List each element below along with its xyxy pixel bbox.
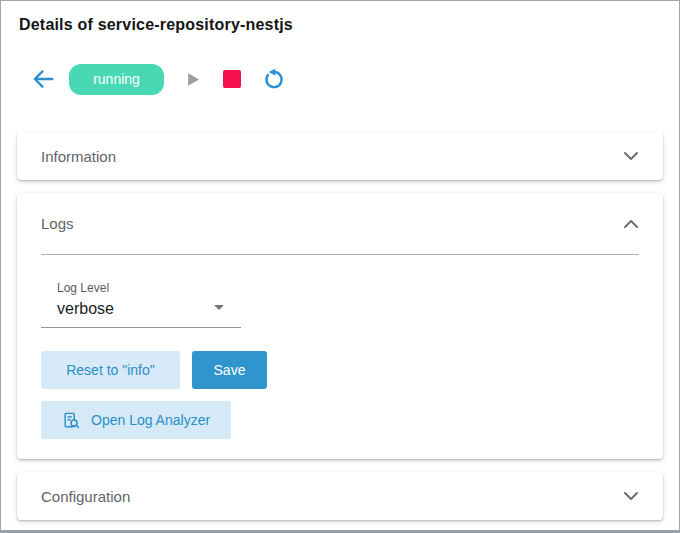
log-search-icon xyxy=(62,411,81,430)
chevron-down-icon xyxy=(623,491,639,501)
dropdown-arrow-icon xyxy=(214,305,224,310)
save-button[interactable]: Save xyxy=(192,351,267,389)
panel-information-header[interactable]: Information xyxy=(17,132,663,180)
stop-button[interactable] xyxy=(218,65,246,93)
panel-configuration-title: Configuration xyxy=(41,488,130,505)
stop-icon xyxy=(223,70,241,88)
panel-information: Information xyxy=(17,132,663,180)
back-button[interactable] xyxy=(29,65,57,93)
panel-logs-header[interactable]: Logs xyxy=(17,193,663,254)
log-level-label: Log Level xyxy=(57,281,241,295)
chevron-up-icon xyxy=(623,219,639,229)
toolbar: running xyxy=(17,62,663,96)
panel-logs-body: Log Level verbose Reset to "info" Save O… xyxy=(17,255,663,459)
page-title: Details of service-repository-nestjs xyxy=(17,15,663,35)
panel-logs-title: Logs xyxy=(41,215,74,232)
panel-configuration-header[interactable]: Configuration xyxy=(17,472,663,520)
log-level-actions: Reset to "info" Save xyxy=(41,351,639,389)
chevron-down-icon xyxy=(623,151,639,161)
start-button[interactable] xyxy=(178,65,206,93)
panel-logs: Logs Log Level verbose Reset to "info" S… xyxy=(17,193,663,459)
open-log-analyzer-button[interactable]: Open Log Analyzer xyxy=(41,401,231,439)
panel-information-title: Information xyxy=(41,148,116,165)
arrow-left-icon xyxy=(30,66,56,92)
restart-button[interactable] xyxy=(260,65,288,93)
status-badge: running xyxy=(69,64,164,95)
restart-icon xyxy=(261,66,287,92)
service-details-window: Details of service-repository-nestjs run… xyxy=(0,0,680,533)
panel-configuration: Configuration xyxy=(17,472,663,520)
log-level-select[interactable]: Log Level verbose xyxy=(41,281,241,328)
play-icon xyxy=(182,69,203,90)
open-log-analyzer-label: Open Log Analyzer xyxy=(91,412,210,428)
reset-to-info-button[interactable]: Reset to "info" xyxy=(41,351,180,389)
